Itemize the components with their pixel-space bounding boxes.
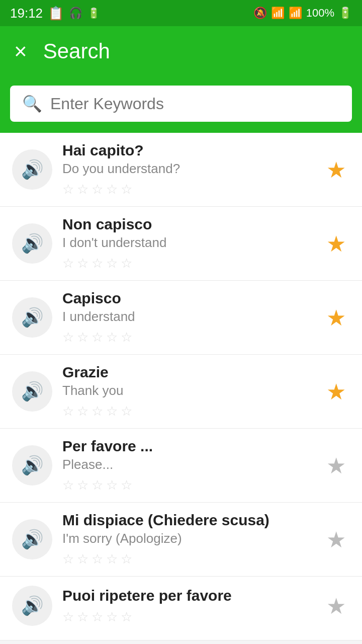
phrase-content: Per favore ... Please... ☆ ☆ ☆ ☆ ☆	[62, 438, 312, 493]
list-item: 🔊 Hai capito? Do you understand? ☆ ☆ ☆ ☆…	[0, 133, 362, 207]
star-4[interactable]: ☆	[106, 404, 118, 419]
star-4[interactable]: ☆	[106, 182, 118, 197]
speaker-icon: 🔊	[21, 381, 44, 402]
search-bar: 🔍	[10, 86, 352, 122]
status-left: 19:12 📋 🎧 🔋	[10, 6, 100, 21]
star-3[interactable]: ☆	[92, 477, 103, 493]
phrase-translation: Please...	[62, 457, 312, 472]
speaker-button[interactable]: 🔊	[12, 297, 52, 338]
star-3[interactable]: ☆	[92, 256, 103, 271]
speaker-button[interactable]: 🔊	[12, 149, 52, 190]
media-icon: 🎧	[69, 7, 82, 20]
favorite-button[interactable]: ★	[322, 451, 350, 479]
phrase-translation: I don't understand	[62, 235, 312, 251]
star-3[interactable]: ☆	[92, 609, 103, 625]
phrase-original: Non capisco	[62, 216, 312, 233]
star-1[interactable]: ☆	[62, 404, 74, 419]
star-2[interactable]: ☆	[77, 404, 88, 419]
star-rating[interactable]: ☆ ☆ ☆ ☆ ☆	[62, 330, 312, 345]
star-5[interactable]: ☆	[121, 404, 132, 419]
phrase-content: Mi dispiace (Chiedere scusa) I'm sorry (…	[62, 512, 312, 567]
star-3[interactable]: ☆	[92, 330, 103, 345]
star-5[interactable]: ☆	[121, 477, 132, 493]
list-item: 🔊 Grazie Thank you ☆ ☆ ☆ ☆ ☆ ★	[0, 355, 362, 429]
list-item: 🔊 Non capisco I don't understand ☆ ☆ ☆ ☆…	[0, 207, 362, 281]
speaker-icon: 🔊	[21, 307, 44, 328]
phrase-original: Mi dispiace (Chiedere scusa)	[62, 512, 312, 529]
favorite-button[interactable]: ★	[322, 525, 350, 553]
star-5[interactable]: ☆	[121, 182, 132, 197]
phrase-content: Grazie Thank you ☆ ☆ ☆ ☆ ☆	[62, 364, 312, 419]
favorite-button[interactable]: ★	[322, 155, 350, 184]
header: × Search	[0, 26, 362, 76]
speaker-button[interactable]: 🔊	[12, 371, 52, 412]
star-5[interactable]: ☆	[121, 609, 132, 625]
header-title: Search	[43, 39, 110, 63]
favorite-button[interactable]: ★	[322, 377, 350, 406]
star-3[interactable]: ☆	[92, 182, 103, 197]
star-rating[interactable]: ☆ ☆ ☆ ☆ ☆	[62, 609, 312, 625]
phrase-translation: Thank you	[62, 383, 312, 398]
phrase-translation: I understand	[62, 309, 312, 325]
star-3[interactable]: ☆	[92, 551, 103, 567]
star-4[interactable]: ☆	[106, 256, 118, 271]
star-1[interactable]: ☆	[62, 256, 74, 271]
wifi-icon: 📶	[271, 7, 285, 20]
star-1[interactable]: ☆	[62, 609, 74, 625]
star-2[interactable]: ☆	[77, 551, 88, 567]
search-icon: 🔍	[22, 94, 42, 113]
star-1[interactable]: ☆	[62, 182, 74, 197]
star-4[interactable]: ☆	[106, 477, 118, 493]
star-1[interactable]: ☆	[62, 330, 74, 345]
star-5[interactable]: ☆	[121, 551, 132, 567]
favorite-filled-icon: ★	[326, 231, 346, 257]
phrase-content: Puoi ripetere per favore ☆ ☆ ☆ ☆ ☆	[62, 587, 312, 625]
status-right: 🔕 📶 📶 100% 🔋	[253, 7, 352, 20]
status-time: 19:12	[10, 6, 43, 21]
star-4[interactable]: ☆	[106, 609, 118, 625]
close-button[interactable]: ×	[14, 40, 27, 62]
speaker-button[interactable]: 🔊	[12, 586, 52, 626]
list-item: 🔊 Per favore ... Please... ☆ ☆ ☆ ☆ ☆ ★	[0, 429, 362, 503]
star-rating[interactable]: ☆ ☆ ☆ ☆ ☆	[62, 551, 312, 567]
favorite-button[interactable]: ★	[322, 303, 350, 332]
star-4[interactable]: ☆	[106, 330, 118, 345]
star-2[interactable]: ☆	[77, 609, 88, 625]
star-5[interactable]: ☆	[121, 256, 132, 271]
status-bar: 19:12 📋 🎧 🔋 🔕 📶 📶 100% 🔋	[0, 0, 362, 26]
phrase-content: Non capisco I don't understand ☆ ☆ ☆ ☆ ☆	[62, 216, 312, 271]
star-2[interactable]: ☆	[77, 256, 88, 271]
phrase-original: Capisco	[62, 290, 312, 307]
star-rating[interactable]: ☆ ☆ ☆ ☆ ☆	[62, 404, 312, 419]
list-item: 🔊 Capisco I understand ☆ ☆ ☆ ☆ ☆ ★	[0, 281, 362, 355]
star-2[interactable]: ☆	[77, 330, 88, 345]
favorite-empty-icon: ★	[326, 453, 346, 478]
favorite-empty-icon: ★	[326, 593, 346, 619]
speaker-button[interactable]: 🔊	[12, 223, 52, 264]
star-4[interactable]: ☆	[106, 551, 118, 567]
battery-percent: 100%	[306, 7, 334, 20]
favorite-button[interactable]: ★	[322, 229, 350, 258]
star-2[interactable]: ☆	[77, 477, 88, 493]
star-rating[interactable]: ☆ ☆ ☆ ☆ ☆	[62, 256, 312, 271]
favorite-button[interactable]: ★	[322, 592, 350, 620]
battery-icon: 🔋	[338, 7, 352, 20]
star-1[interactable]: ☆	[62, 477, 74, 493]
speaker-icon: 🔊	[21, 529, 44, 550]
phrase-original: Grazie	[62, 364, 312, 381]
star-3[interactable]: ☆	[92, 404, 103, 419]
speaker-button[interactable]: 🔊	[12, 445, 52, 486]
favorite-filled-icon: ★	[326, 157, 346, 183]
star-rating[interactable]: ☆ ☆ ☆ ☆ ☆	[62, 477, 312, 493]
speaker-icon: 🔊	[21, 159, 44, 180]
star-5[interactable]: ☆	[121, 330, 132, 345]
speaker-button[interactable]: 🔊	[12, 519, 52, 559]
phrase-translation: Do you understand?	[62, 161, 312, 177]
search-input[interactable]	[50, 95, 340, 113]
battery-indicator-icon: 🔋	[87, 7, 100, 19]
star-1[interactable]: ☆	[62, 551, 74, 567]
star-2[interactable]: ☆	[77, 182, 88, 197]
signal-icon: 📶	[289, 7, 302, 20]
star-rating[interactable]: ☆ ☆ ☆ ☆ ☆	[62, 182, 312, 197]
phrase-list: 🔊 Hai capito? Do you understand? ☆ ☆ ☆ ☆…	[0, 133, 362, 640]
